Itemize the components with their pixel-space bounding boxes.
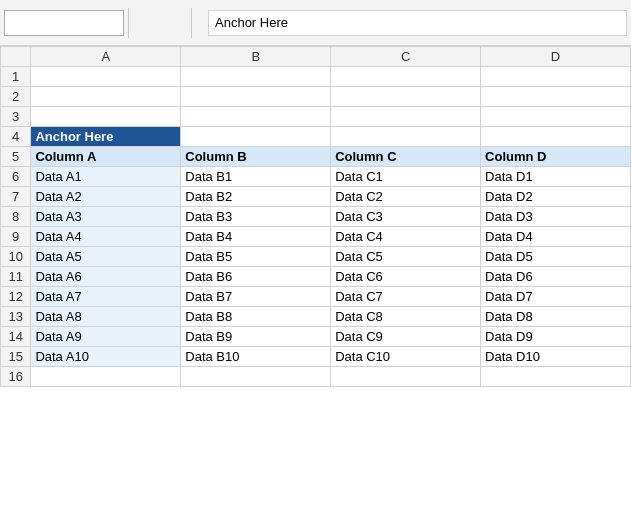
cell[interactable] — [481, 367, 631, 387]
cell[interactable] — [481, 87, 631, 107]
cell[interactable]: Data A6 — [31, 267, 181, 287]
cell[interactable] — [331, 127, 481, 147]
col-header-c[interactable]: C — [331, 47, 481, 67]
cell[interactable]: Data B8 — [181, 307, 331, 327]
table-row: 7Data A2Data B2Data C2Data D2 — [1, 187, 631, 207]
table-row: 4Anchor Here — [1, 127, 631, 147]
cell[interactable] — [331, 107, 481, 127]
row-header-16[interactable]: 16 — [1, 367, 31, 387]
cell[interactable] — [481, 67, 631, 87]
cell[interactable]: Data B1 — [181, 167, 331, 187]
cell[interactable]: Data D2 — [481, 187, 631, 207]
formula-bar-input[interactable] — [208, 10, 627, 36]
cell[interactable] — [181, 127, 331, 147]
cell[interactable]: Column C — [331, 147, 481, 167]
row-header-10[interactable]: 10 — [1, 247, 31, 267]
cell[interactable]: Data C8 — [331, 307, 481, 327]
col-header-a[interactable]: A — [31, 47, 181, 67]
cell[interactable] — [31, 367, 181, 387]
cell[interactable]: Data B4 — [181, 227, 331, 247]
cell[interactable]: Data B3 — [181, 207, 331, 227]
cell[interactable]: Data A10 — [31, 347, 181, 367]
table-row: 5Column AColumn BColumn CColumn D — [1, 147, 631, 167]
table-row: 16 — [1, 367, 631, 387]
cell[interactable] — [481, 127, 631, 147]
cell[interactable]: Data B10 — [181, 347, 331, 367]
cell[interactable]: Data A9 — [31, 327, 181, 347]
cell[interactable]: Data C6 — [331, 267, 481, 287]
cell[interactable]: Data A3 — [31, 207, 181, 227]
cell[interactable]: Data C10 — [331, 347, 481, 367]
cell[interactable]: Data D5 — [481, 247, 631, 267]
cell[interactable]: Data C9 — [331, 327, 481, 347]
spreadsheet-grid: A B C D 1234Anchor Here5Column AColumn B… — [0, 46, 631, 387]
cell[interactable] — [181, 87, 331, 107]
cell[interactable]: Data C1 — [331, 167, 481, 187]
col-header-d[interactable]: D — [481, 47, 631, 67]
cell[interactable] — [331, 67, 481, 87]
cell[interactable]: Data D8 — [481, 307, 631, 327]
row-header-9[interactable]: 9 — [1, 227, 31, 247]
cell[interactable] — [31, 87, 181, 107]
cell[interactable]: Column B — [181, 147, 331, 167]
cell[interactable] — [181, 67, 331, 87]
cell[interactable]: Data C4 — [331, 227, 481, 247]
cell[interactable] — [481, 107, 631, 127]
cell[interactable]: Data A2 — [31, 187, 181, 207]
cell[interactable]: Column D — [481, 147, 631, 167]
corner-header — [1, 47, 31, 67]
row-header-12[interactable]: 12 — [1, 287, 31, 307]
table-row: 8Data A3Data B3Data C3Data D3 — [1, 207, 631, 227]
cell[interactable]: Data D10 — [481, 347, 631, 367]
cell[interactable]: Data D1 — [481, 167, 631, 187]
toolbar — [0, 0, 631, 46]
cell[interactable]: Data D4 — [481, 227, 631, 247]
cell[interactable]: Data A4 — [31, 227, 181, 247]
cell[interactable] — [181, 107, 331, 127]
cell[interactable] — [31, 107, 181, 127]
row-header-13[interactable]: 13 — [1, 307, 31, 327]
row-header-2[interactable]: 2 — [1, 87, 31, 107]
table-row: 11Data A6Data B6Data C6Data D6 — [1, 267, 631, 287]
row-header-4[interactable]: 4 — [1, 127, 31, 147]
row-header-1[interactable]: 1 — [1, 67, 31, 87]
cell[interactable] — [331, 87, 481, 107]
cell[interactable] — [331, 367, 481, 387]
cell[interactable]: Anchor Here — [31, 127, 181, 147]
row-header-8[interactable]: 8 — [1, 207, 31, 227]
row-header-6[interactable]: 6 — [1, 167, 31, 187]
cell[interactable]: Data B6 — [181, 267, 331, 287]
table-row: 15Data A10Data B10Data C10Data D10 — [1, 347, 631, 367]
cell[interactable]: Data A5 — [31, 247, 181, 267]
row-header-3[interactable]: 3 — [1, 107, 31, 127]
cell[interactable]: Data B7 — [181, 287, 331, 307]
cell[interactable]: Data D7 — [481, 287, 631, 307]
row-header-14[interactable]: 14 — [1, 327, 31, 347]
cell[interactable]: Data B9 — [181, 327, 331, 347]
col-header-b[interactable]: B — [181, 47, 331, 67]
cell[interactable]: Data A1 — [31, 167, 181, 187]
name-box[interactable] — [4, 10, 124, 36]
cell[interactable]: Data B5 — [181, 247, 331, 267]
cell[interactable]: Data C5 — [331, 247, 481, 267]
cell[interactable]: Data A8 — [31, 307, 181, 327]
cell[interactable] — [31, 67, 181, 87]
row-header-7[interactable]: 7 — [1, 187, 31, 207]
confirm-icon[interactable] — [161, 12, 183, 34]
cell[interactable] — [181, 367, 331, 387]
row-header-5[interactable]: 5 — [1, 147, 31, 167]
cell[interactable]: Data D6 — [481, 267, 631, 287]
cell[interactable]: Data A7 — [31, 287, 181, 307]
cell[interactable]: Data D3 — [481, 207, 631, 227]
cell[interactable]: Data B2 — [181, 187, 331, 207]
cell[interactable]: Data C7 — [331, 287, 481, 307]
row-header-15[interactable]: 15 — [1, 347, 31, 367]
cell[interactable]: Data C3 — [331, 207, 481, 227]
row-header-11[interactable]: 11 — [1, 267, 31, 287]
cancel-icon[interactable] — [137, 12, 159, 34]
cell[interactable]: Column A — [31, 147, 181, 167]
cell[interactable]: Data D9 — [481, 327, 631, 347]
table-row: 12Data A7Data B7Data C7Data D7 — [1, 287, 631, 307]
formula-action-icons — [137, 12, 183, 34]
cell[interactable]: Data C2 — [331, 187, 481, 207]
